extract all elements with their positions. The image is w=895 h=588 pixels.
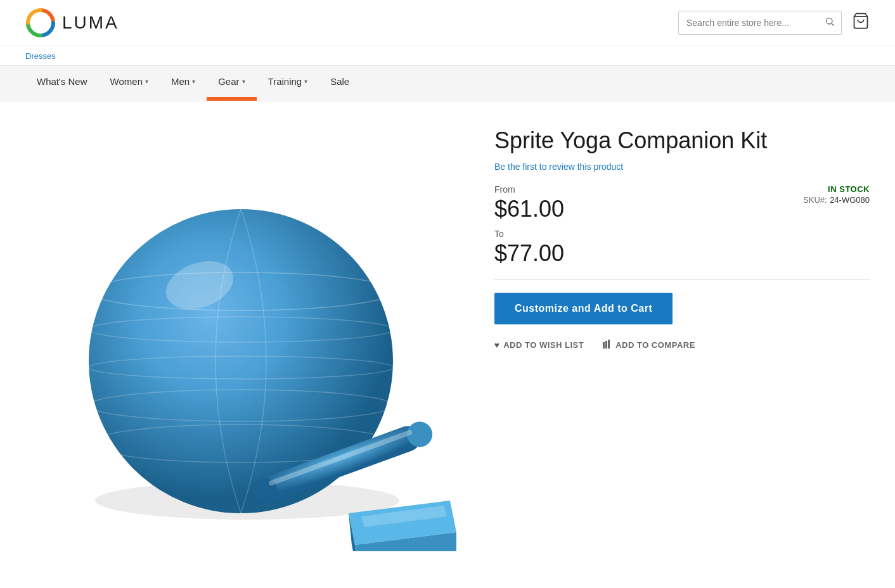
logo-text: LUMA (62, 13, 119, 33)
nav-item-sale[interactable]: Sale (319, 66, 361, 101)
wish-list-link[interactable]: ♥ ADD TO WISH LIST (494, 340, 584, 350)
main-content: Sprite Yoga Companion Kit Be the first t… (0, 101, 895, 570)
price-from-label: From (494, 184, 803, 195)
price-to-label: To (494, 229, 803, 239)
svg-point-1 (827, 18, 832, 24)
product-info: Sprite Yoga Companion Kit Be the first t… (494, 120, 870, 551)
stock-status: IN STOCK (803, 184, 870, 194)
nav-item-whats-new[interactable]: What's New (25, 66, 99, 101)
svg-rect-28 (608, 340, 610, 348)
svg-rect-27 (605, 341, 607, 348)
divider (494, 279, 870, 280)
price-to: $77.00 (494, 240, 803, 267)
nav-item-women[interactable]: Women ▾ (99, 66, 160, 101)
search-button[interactable] (818, 11, 841, 34)
logo-area[interactable]: LUMA (25, 8, 119, 38)
product-image-area (25, 120, 469, 551)
chevron-down-icon: ▾ (242, 78, 245, 85)
nav-item-gear[interactable]: Gear ▾ (207, 66, 256, 101)
compare-link[interactable]: ADD TO COMPARE (603, 340, 695, 350)
product-image (38, 120, 456, 551)
promo-bar: Dresses (0, 46, 895, 65)
header-right (678, 11, 870, 35)
main-nav: What's New Women ▾ Men ▾ Gear ▾ Training (0, 65, 895, 101)
chart-icon (603, 340, 612, 350)
svg-rect-26 (603, 342, 605, 348)
price-section: From $61.00 To $77.00 (494, 184, 803, 267)
cart-button[interactable] (852, 12, 870, 34)
nav-item-training[interactable]: Training ▾ (257, 66, 319, 101)
search-icon (825, 16, 835, 27)
review-link[interactable]: Be the first to review this product (494, 162, 870, 172)
search-input[interactable] (679, 13, 818, 33)
promo-link[interactable]: Dresses (25, 51, 56, 61)
nav-item-men[interactable]: Men ▾ (160, 66, 207, 101)
svg-line-2 (832, 23, 834, 26)
cart-icon (852, 12, 870, 30)
stock-sku: IN STOCK SKU#: 24-WG080 (803, 184, 870, 205)
product-title: Sprite Yoga Companion Kit (494, 127, 870, 154)
logo-icon (25, 8, 56, 38)
site-header: LUMA (0, 0, 895, 46)
chevron-down-icon: ▾ (192, 78, 195, 85)
sku-label: SKU#: (803, 195, 827, 205)
heart-icon: ♥ (494, 340, 499, 350)
search-bar[interactable] (678, 11, 842, 35)
action-links: ♥ ADD TO WISH LIST ADD TO COMPARE (494, 340, 870, 350)
stock-sku-row: From $61.00 To $77.00 IN STOCK SKU#: 24-… (494, 184, 870, 267)
add-to-cart-button[interactable]: Customize and Add to Cart (494, 293, 673, 324)
chevron-down-icon: ▾ (145, 78, 148, 85)
price-from: $61.00 (494, 196, 803, 222)
sku-value: 24-WG080 (830, 195, 870, 205)
chevron-down-icon: ▾ (304, 78, 307, 85)
